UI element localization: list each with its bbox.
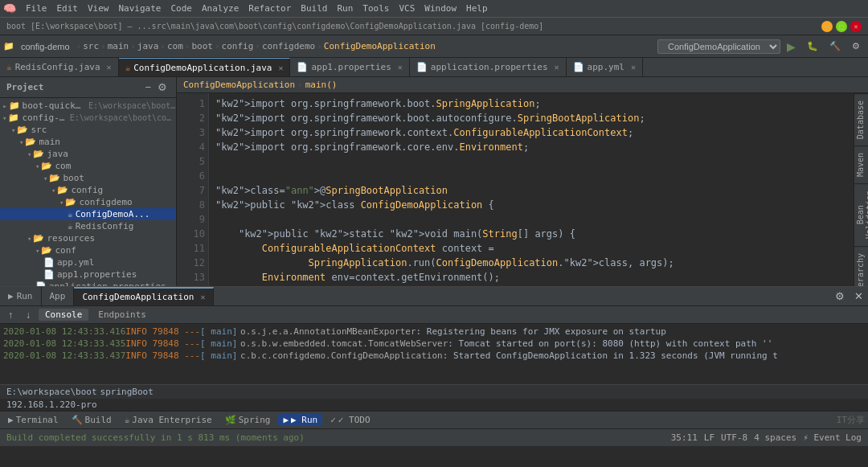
bottom-panel-close-btn[interactable]: ✕ (850, 287, 868, 305)
line-numbers: 1234567891011121314151617181920212223 (177, 93, 209, 286)
encoding[interactable]: UTF-8 (721, 432, 747, 443)
scroll-down-btn[interactable]: ↓ (21, 308, 35, 322)
arrow-resources[interactable]: ▾ (27, 235, 31, 243)
build-button[interactable]: 🔨 (825, 39, 845, 53)
sep6: › (215, 41, 220, 51)
subtab-endpoints[interactable]: Endpoints (92, 309, 153, 321)
breadcrumb-item-class[interactable]: ConfigDemoApplication (183, 80, 295, 90)
menu-item-edit[interactable]: Edit (52, 2, 84, 15)
sidebar-item-boot[interactable]: ▾📂boot (0, 172, 176, 184)
bottom-tab-configdemoapp-close[interactable]: ✕ (200, 293, 205, 301)
cursor-pos[interactable]: 35:11 (671, 432, 698, 443)
run-icon: ▶ (8, 291, 14, 301)
line-ending[interactable]: LF (704, 432, 714, 443)
subtab-console[interactable]: Console (39, 309, 88, 321)
terminal-input[interactable] (100, 387, 261, 397)
tab-configdemo[interactable]: ☕ ConfigDemoApplication.java ✕ (119, 58, 291, 76)
menu-item-run[interactable]: Run (332, 2, 358, 15)
panel-tab-database[interactable]: Database (854, 93, 868, 145)
sidebar-item-main[interactable]: ▾📂main (0, 136, 176, 148)
maximize-button[interactable]: □ (836, 21, 847, 32)
panel-tab-hierarchy[interactable]: Hierarchy (854, 246, 868, 287)
project-label[interactable]: config-demo (16, 40, 75, 53)
settings-button[interactable]: ⚙ (847, 39, 865, 53)
arrow-config[interactable]: ▾ (51, 186, 55, 195)
sidebar-item-resources[interactable]: ▾📂resources (0, 232, 176, 244)
bottom-tab-app[interactable]: App (42, 287, 75, 305)
tab-redisconfig[interactable]: ☕ RedisConfig.java ✕ (0, 58, 119, 76)
sidebar-item-config-demo[interactable]: ▾📁config-demoE:\workspace\boot\config-d.… (0, 112, 176, 124)
arrow-src[interactable]: ▾ (11, 126, 15, 134)
menu-item-tools[interactable]: Tools (358, 2, 394, 15)
menu-item-code[interactable]: Code (166, 2, 197, 15)
bottom-tab-run[interactable]: ▶ Run (0, 287, 42, 305)
taskbar-spring[interactable]: 🌿 Spring (220, 414, 276, 426)
tab-appyml[interactable]: 📄 app.yml ✕ (567, 58, 643, 76)
arrow-config-demo[interactable]: ▾ (2, 114, 6, 122)
arrow-conf[interactable]: ▾ (35, 247, 39, 255)
label-resources: resources (47, 233, 95, 244)
menu-item-build[interactable]: Build (296, 2, 332, 15)
tab-close-appyml[interactable]: ✕ (631, 63, 636, 72)
tab-close-app1[interactable]: ✕ (398, 63, 403, 72)
code-content[interactable]: "kw2">import org.springframework.boot.Sp… (209, 93, 854, 286)
log-line: 2020-01-08 12:43:33.437 INFO 79848 --- [… (3, 350, 865, 362)
menu-item-refactor[interactable]: Refactor (244, 2, 296, 15)
bottom-tab-configdemoapp[interactable]: ConfigDemoApplication ✕ (74, 287, 214, 305)
scroll-up-btn[interactable]: ↑ (3, 308, 18, 322)
sidebar-item-config[interactable]: ▾📂config (0, 184, 176, 196)
tab-close-redis[interactable]: ✕ (107, 63, 112, 72)
sidebar-item-app1.properties[interactable]: 📄app1.properties (0, 268, 176, 281)
code-line-3: "kw2">import org.springframework.context… (215, 125, 847, 140)
sidebar-item-configdemo-folder[interactable]: ▾📂configdemo (0, 196, 176, 208)
run-button[interactable]: ▶ (782, 39, 800, 55)
sidebar-settings-btn[interactable]: ⚙ (155, 80, 170, 94)
sidebar-item-app.yml[interactable]: 📄app.yml (0, 256, 176, 268)
code-line-13: Environment env=context.getEnvironment()… (215, 270, 847, 285)
indentation[interactable]: 4 spaces (754, 432, 796, 443)
menu-item-file[interactable]: File (21, 2, 52, 15)
taskbar-terminal[interactable]: ▶ Terminal (3, 414, 63, 426)
menu-item-view[interactable]: View (83, 2, 114, 15)
sidebar-collapse-btn[interactable]: − (142, 80, 154, 94)
sidebar-item-application.properties[interactable]: 📄application.properties (0, 281, 176, 286)
tab-app1[interactable]: 📄 app1.properties ✕ (290, 58, 409, 76)
bottom-panel-settings-btn[interactable]: ⚙ (830, 287, 850, 305)
sidebar-item-boot-quickstart[interactable]: ▸📁boot-quickstartE:\workspace\boot\bo... (0, 100, 176, 112)
menu-item-analyze[interactable]: Analyze (197, 2, 244, 15)
log-source: o.s.b.w.embedded.tomcat.TomcatWebServer (240, 338, 448, 349)
menu-item-help[interactable]: Help (461, 2, 493, 15)
panel-tab-bean-validation[interactable]: Bean Validation (854, 183, 868, 245)
sidebar-item-ConfigDemoApplication-file[interactable]: ☕ConfigDemoA... (0, 208, 176, 220)
menu-item-vcs[interactable]: VCS (394, 2, 420, 15)
close-button[interactable]: ✕ (850, 21, 862, 32)
sidebar-item-conf[interactable]: ▾📂conf (0, 244, 176, 256)
arrow-java[interactable]: ▾ (27, 150, 31, 158)
tab-close-application[interactable]: ✕ (555, 63, 559, 72)
sidebar-item-RedisConfig-file[interactable]: ☕RedisConfig (0, 220, 176, 232)
tab-application[interactable]: 📄 application.properties ✕ (410, 58, 567, 76)
minimize-button[interactable]: – (821, 21, 833, 32)
run-config-dropdown[interactable]: ConfigDemoApplication (657, 39, 780, 54)
tab-icon-app1: 📄 (297, 62, 308, 72)
menu-item-window[interactable]: Window (420, 2, 461, 15)
breadcrumb-item-method[interactable]: main() (305, 80, 338, 90)
debug-button[interactable]: 🐛 (802, 39, 823, 53)
arrow-com[interactable]: ▾ (35, 162, 39, 170)
sidebar-item-java[interactable]: ▾📂java (0, 148, 176, 160)
sidebar-item-src[interactable]: ▾📂src (0, 124, 176, 136)
arrow-configdemo-folder[interactable]: ▾ (59, 199, 63, 207)
tab-close-configdemo[interactable]: ✕ (278, 63, 283, 72)
panel-tab-maven[interactable]: Maven (854, 145, 868, 183)
sidebar-item-com[interactable]: ▾📂com (0, 160, 176, 172)
taskbar-run[interactable]: ▶ ▶ Run (278, 414, 322, 426)
event-log[interactable]: ⚡ Event Log (803, 432, 862, 443)
tab-icon-redis: ☕ (6, 62, 12, 72)
arrow-main[interactable]: ▾ (19, 138, 23, 146)
taskbar-build[interactable]: 🔨 Build (67, 414, 117, 426)
menu-item-navigate[interactable]: Navigate (114, 2, 166, 15)
arrow-boot-quickstart[interactable]: ▸ (2, 102, 6, 110)
taskbar-todo[interactable]: ✓ ✓ TODO (326, 414, 375, 426)
arrow-boot[interactable]: ▾ (43, 174, 47, 182)
taskbar-java-enterprise[interactable]: ☕ Java Enterprise (120, 414, 217, 426)
